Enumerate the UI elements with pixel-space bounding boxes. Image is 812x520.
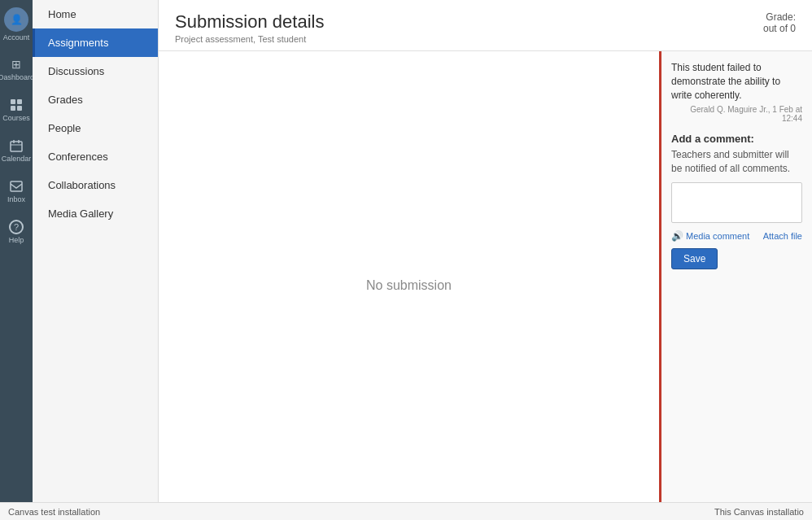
avatar: 👤: [4, 7, 28, 32]
calendar-label: Calendar: [2, 155, 32, 163]
global-nav-calendar[interactable]: Calendar: [0, 130, 33, 171]
sidebar-item-collaborations[interactable]: Collaborations: [33, 171, 158, 199]
sidebar-item-discussions[interactable]: Discussions: [33, 57, 158, 85]
status-bar-left: Canvas test installation: [8, 507, 100, 517]
sidebar-item-media-gallery[interactable]: Media Gallery: [33, 199, 158, 228]
svg-rect-2: [11, 106, 15, 111]
grade-display: Grade: out of 0: [763, 11, 796, 34]
grade-label: Grade:: [763, 11, 796, 23]
status-bar-right: This Canvas installatio: [714, 507, 804, 517]
page-subtitle: Project assessment, Test student: [175, 34, 324, 44]
comment-text: This student failed to demonstrate the a…: [671, 61, 802, 102]
attach-file-label: Attach file: [763, 231, 802, 241]
attach-file-button[interactable]: Attach file: [763, 231, 802, 241]
submission-area: No submission: [159, 51, 661, 520]
calendar-icon: [9, 138, 24, 153]
inbox-label: Inbox: [7, 195, 25, 203]
inbox-icon: [9, 179, 24, 194]
dashboard-label: Dashboard: [0, 73, 34, 81]
global-nav-dashboard[interactable]: ⊞ Dashboard: [0, 49, 33, 90]
status-bar: Canvas test installation This Canvas ins…: [0, 502, 812, 520]
media-comment-button[interactable]: 🔊 Media comment: [671, 230, 749, 242]
sidebar-item-home[interactable]: Home: [33, 0, 158, 28]
help-icon: ?: [9, 220, 24, 234]
content-body: No submission This student failed to dem…: [159, 51, 812, 520]
global-nav-help[interactable]: ? Help: [0, 212, 33, 252]
speaker-icon: 🔊: [671, 230, 683, 242]
grade-value: out of 0: [763, 23, 796, 34]
add-comment-section: Add a comment: Teachers and submitter wi…: [671, 133, 802, 269]
dashboard-icon: ⊞: [9, 57, 24, 72]
sidebar-item-grades[interactable]: Grades: [33, 85, 158, 114]
content-header: Submission details Project assessment, T…: [159, 0, 812, 51]
courses-label: Courses: [2, 114, 30, 122]
main-content: Submission details Project assessment, T…: [159, 0, 812, 520]
page-title: Submission details: [175, 11, 324, 33]
svg-rect-8: [11, 181, 22, 191]
global-nav-account[interactable]: 👤 Account: [0, 4, 33, 45]
svg-rect-1: [17, 99, 22, 104]
courses-icon: [9, 98, 24, 112]
existing-comment: This student failed to demonstrate the a…: [671, 61, 802, 123]
save-button[interactable]: Save: [671, 248, 718, 269]
sidebar-item-conferences[interactable]: Conferences: [33, 142, 158, 171]
global-nav-courses[interactable]: Courses: [0, 90, 33, 130]
help-label: Help: [9, 236, 24, 244]
media-comment-label: Media comment: [686, 231, 749, 241]
sidebar-item-people[interactable]: People: [33, 114, 158, 142]
add-comment-label: Add a comment:: [671, 133, 802, 145]
sidebar-item-assignments[interactable]: Assignments: [33, 28, 158, 57]
course-nav: Home Assignments Discussions Grades Peop…: [33, 0, 159, 520]
account-label: Account: [3, 33, 30, 42]
no-submission-text: No submission: [366, 278, 452, 293]
comment-author: Gerald Q. Maguire Jr., 1 Feb at 12:44: [671, 105, 802, 123]
save-label: Save: [683, 253, 705, 264]
global-nav: 👤 Account ⊞ Dashboard Courses: [0, 0, 33, 520]
svg-rect-0: [11, 99, 15, 104]
add-comment-hint: Teachers and submitter will be notified …: [671, 148, 802, 176]
comment-textarea[interactable]: [671, 182, 802, 223]
avatar-icon: 👤: [11, 14, 23, 25]
right-panel: This student failed to demonstrate the a…: [661, 51, 812, 520]
comment-actions: 🔊 Media comment Attach file: [671, 230, 802, 242]
svg-rect-4: [11, 142, 22, 151]
svg-rect-3: [17, 106, 22, 111]
global-nav-inbox[interactable]: Inbox: [0, 171, 33, 212]
